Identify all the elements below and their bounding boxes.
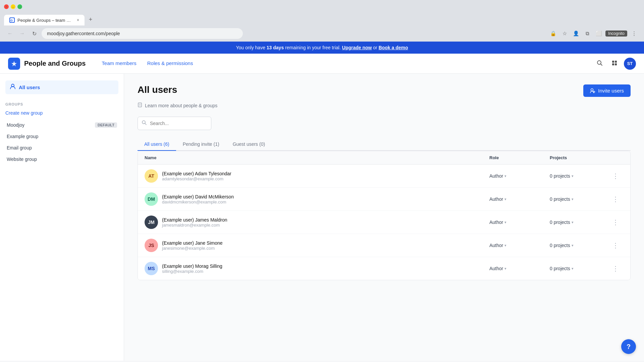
grid-button[interactable]	[609, 58, 620, 69]
sidebar-btn[interactable]: ⬜	[594, 29, 603, 38]
sidebar-group-email[interactable]: Email group	[5, 142, 118, 153]
user-icon	[9, 83, 16, 92]
extension-btn[interactable]: 🔒	[548, 29, 558, 38]
tab-pending-invite[interactable]: Pending invite (1)	[176, 138, 226, 151]
svg-rect-4	[612, 61, 614, 63]
row-menu-david[interactable]: ⋮	[610, 194, 621, 204]
row-menu-morag[interactable]: ⋮	[610, 263, 621, 274]
learn-more-link[interactable]: Learn more about people & groups	[138, 102, 631, 109]
tab-team-members[interactable]: Team members	[96, 58, 142, 69]
role-chevron-david: ▾	[504, 197, 506, 201]
profile-btn[interactable]: 👤	[571, 29, 581, 38]
projects-chevron-morag: ▾	[572, 266, 574, 271]
row-menu-james[interactable]: ⋮	[610, 217, 621, 228]
search-button[interactable]	[594, 58, 605, 69]
back-button[interactable]: ←	[5, 29, 15, 38]
app-header: People and Groups Team members Roles & p…	[0, 54, 644, 74]
trial-days: 13 days	[267, 45, 284, 50]
role-cell-jane[interactable]: Author ▾	[489, 243, 550, 248]
projects-cell-james[interactable]: 0 projects ▾	[550, 220, 610, 225]
projects-chevron-jane: ▾	[572, 243, 574, 248]
window-close-btn[interactable]: ×	[4, 4, 9, 9]
projects-cell-morag[interactable]: 0 projects ▾	[550, 266, 610, 271]
content-area: All users Invite users Learn more about …	[124, 74, 644, 361]
invite-users-button[interactable]: Invite users	[583, 84, 631, 97]
browser-tab-active[interactable]: G People & Groups – team mem... ×	[4, 15, 85, 25]
projects-cell-david[interactable]: 0 projects ▾	[550, 196, 610, 202]
user-info-jane: JS (Example user) Jane Simone janesimone…	[145, 239, 489, 252]
role-cell-adam[interactable]: Author ▾	[489, 173, 550, 179]
tab-all-users[interactable]: All users (6)	[138, 138, 176, 151]
user-avatar[interactable]: ST	[624, 58, 636, 70]
svg-rect-6	[612, 63, 614, 65]
role-chevron-morag: ▾	[504, 266, 506, 271]
tab-close-icon[interactable]: ×	[77, 18, 79, 22]
projects-chevron-david: ▾	[572, 197, 574, 201]
role-label-jane: Author	[489, 243, 503, 248]
address-bar: ← → ↻ 🔒 ☆ 👤 ⧉ ⬜ Incognito ⋮	[0, 25, 644, 42]
tab-guest-users[interactable]: Guest users (0)	[226, 138, 272, 151]
user-name-adam: (Example user) Adam Tylesondar	[162, 171, 231, 176]
user-info-david: DM (Example user) David McMikerson david…	[145, 192, 489, 206]
user-details-morag: (Example user) Morag Silling silling@exa…	[162, 263, 222, 274]
main-layout: All users GROUPS Create new group Moodjo…	[0, 74, 644, 361]
help-button[interactable]: ?	[621, 339, 636, 354]
tab-roles-permissions[interactable]: Roles & permissions	[142, 58, 199, 69]
trial-banner: You only have 13 days remaining in your …	[0, 42, 644, 54]
users-table: Name Role Projects AT (Example user) Ada…	[138, 151, 631, 280]
trial-text-before: You only have	[236, 45, 266, 50]
role-label-james: Author	[489, 220, 503, 225]
create-new-group-link[interactable]: Create new group	[5, 110, 118, 116]
projects-chevron-james: ▾	[572, 220, 574, 225]
forward-button[interactable]: →	[17, 29, 27, 38]
app-title: People and Groups	[24, 60, 86, 67]
sidebar-group-example[interactable]: Example group	[5, 131, 118, 142]
window-maximize-btn[interactable]: □	[17, 4, 22, 9]
upgrade-link[interactable]: Upgrade now	[342, 45, 372, 50]
group-name-moodjoy: Moodjoy	[7, 122, 24, 128]
projects-label-jane: 0 projects	[550, 243, 570, 248]
new-tab-button[interactable]: +	[86, 15, 95, 24]
main-nav: Team members Roles & permissions	[96, 58, 198, 69]
demo-link[interactable]: Book a demo	[379, 45, 408, 50]
group-name-example: Example group	[7, 134, 38, 139]
tab-favicon: G	[9, 17, 15, 23]
svg-rect-5	[615, 61, 617, 63]
user-tabs: All users (6) Pending invite (1) Guest u…	[138, 138, 631, 151]
role-label-adam: Author	[489, 173, 503, 179]
user-details-james: (Example user) James Maldron jamesmaldro…	[162, 217, 227, 228]
user-email-morag: silling@example.com	[162, 269, 222, 274]
sidebar-all-users[interactable]: All users	[5, 80, 118, 94]
search-input[interactable]	[138, 117, 211, 130]
header-actions: ST	[594, 58, 636, 70]
address-input[interactable]	[42, 28, 243, 39]
header-name: Name	[145, 155, 489, 160]
projects-label-james: 0 projects	[550, 220, 570, 225]
extensions-btn[interactable]: ⧉	[583, 29, 592, 38]
projects-cell-jane[interactable]: 0 projects ▾	[550, 243, 610, 248]
trial-text-or: or	[373, 45, 378, 50]
sidebar-group-moodjoy[interactable]: Moodjoy DEFAULT	[5, 120, 118, 130]
learn-more-text: Learn more about people & groups	[145, 103, 217, 108]
sidebar-group-website[interactable]: Website group	[5, 154, 118, 165]
projects-cell-adam[interactable]: 0 projects ▾	[550, 173, 610, 179]
bookmark-btn[interactable]: ☆	[560, 29, 569, 38]
role-cell-david[interactable]: Author ▾	[489, 196, 550, 202]
group-name-email: Email group	[7, 145, 32, 150]
role-cell-james[interactable]: Author ▾	[489, 220, 550, 225]
role-cell-morag[interactable]: Author ▾	[489, 266, 550, 271]
app-logo[interactable]	[8, 58, 20, 70]
window-minimize-btn[interactable]: –	[11, 4, 15, 9]
svg-point-9	[591, 88, 593, 91]
svg-rect-12	[138, 103, 142, 107]
page-title: All users	[138, 84, 177, 95]
user-info-adam: AT (Example user) Adam Tylesondar adamty…	[145, 169, 489, 183]
row-menu-adam[interactable]: ⋮	[610, 171, 621, 181]
row-menu-jane[interactable]: ⋮	[610, 240, 621, 251]
group-name-website: Website group	[7, 157, 37, 162]
menu-btn[interactable]: ⋮	[629, 29, 639, 38]
user-email-james: jamesmaldron@example.com	[162, 223, 227, 228]
groups-section-title: GROUPS	[5, 102, 118, 106]
reload-button[interactable]: ↻	[30, 29, 39, 38]
user-email-david: davidmcmikerson@example.com	[162, 199, 234, 204]
